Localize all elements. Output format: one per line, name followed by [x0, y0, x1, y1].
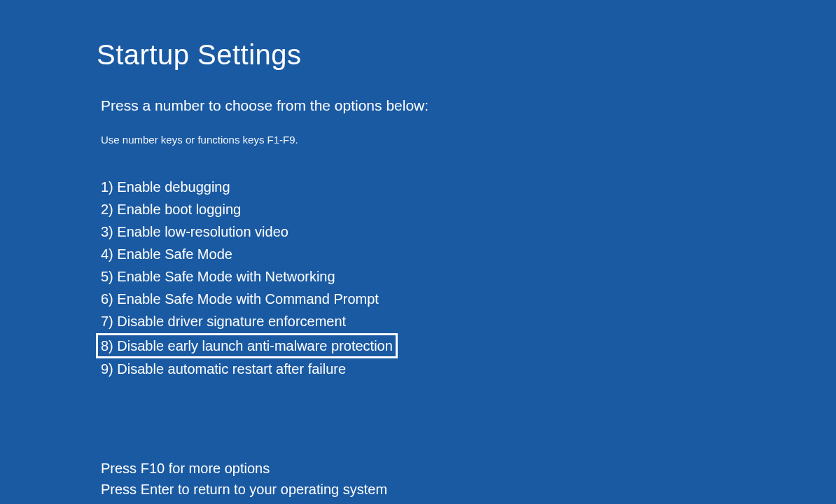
option-item-9[interactable]: 9) Disable automatic restart after failu…	[101, 358, 346, 379]
option-item-3[interactable]: 3) Enable low-resolution video	[101, 221, 288, 242]
footer-return: Press Enter to return to your operating …	[101, 479, 836, 500]
option-item-2[interactable]: 2) Enable boot logging	[101, 199, 241, 220]
startup-settings-screen: Startup Settings Press a number to choos…	[0, 0, 836, 500]
option-item-7[interactable]: 7) Disable driver signature enforcement	[101, 311, 346, 332]
instruction-hint: Use number keys or functions keys F1-F9.	[97, 134, 836, 146]
page-title: Startup Settings	[97, 39, 836, 71]
options-list: 1) Enable debugging 2) Enable boot loggi…	[97, 176, 836, 381]
footer-more-options: Press F10 for more options	[101, 458, 836, 479]
option-item-5[interactable]: 5) Enable Safe Mode with Networking	[101, 266, 335, 287]
instruction-subtitle: Press a number to choose from the option…	[97, 97, 836, 114]
option-item-4[interactable]: 4) Enable Safe Mode	[101, 244, 232, 265]
footer-instructions: Press F10 for more options Press Enter t…	[97, 458, 836, 500]
option-item-8[interactable]: 8) Disable early launch anti-malware pro…	[96, 333, 398, 358]
option-item-6[interactable]: 6) Enable Safe Mode with Command Prompt	[101, 288, 379, 309]
option-item-1[interactable]: 1) Enable debugging	[101, 176, 230, 197]
